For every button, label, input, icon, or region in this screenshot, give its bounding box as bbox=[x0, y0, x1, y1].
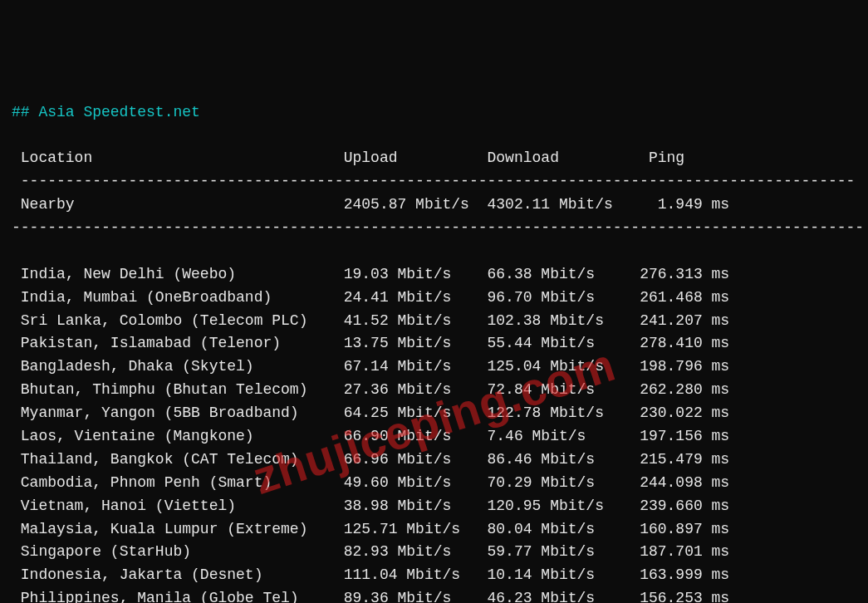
row-download: 59.77 Mbit/s bbox=[488, 543, 631, 560]
row-ping: 276.313 ms bbox=[630, 266, 729, 282]
row-ping: 163.999 ms bbox=[630, 566, 729, 583]
row-upload: 27.36 Mbit/s bbox=[344, 381, 488, 398]
row-download: 96.70 Mbit/s bbox=[488, 289, 631, 306]
row-upload: 24.41 Mbit/s bbox=[344, 289, 488, 306]
row-location: India, New Delhi (Weebo) bbox=[21, 266, 344, 282]
row-location: Myanmar, Yangon (5BB Broadband) bbox=[21, 404, 344, 421]
row-upload: 19.03 Mbit/s bbox=[344, 266, 488, 282]
row-download: 72.84 Mbit/s bbox=[488, 381, 631, 398]
row-ping: 262.280 ms bbox=[630, 381, 729, 398]
row-upload: 67.14 Mbit/s bbox=[344, 358, 488, 375]
row-upload: 38.98 Mbit/s bbox=[344, 498, 488, 514]
terminal-output: ## Asia Speedtest.net Location Upload Do… bbox=[12, 101, 856, 603]
row-download: 55.44 Mbit/s bbox=[488, 335, 631, 351]
row-location: Bhutan, Thimphu (Bhutan Telecom) bbox=[21, 381, 344, 398]
row-upload: 111.04 Mbit/s bbox=[344, 566, 488, 583]
row-location: India, Mumbai (OneBroadband) bbox=[21, 289, 344, 306]
row-download: 125.04 Mbit/s bbox=[488, 358, 631, 375]
row-upload: 41.52 Mbit/s bbox=[344, 312, 488, 329]
row-ping: 278.410 ms bbox=[630, 335, 729, 351]
row-ping: 187.701 ms bbox=[630, 543, 729, 560]
row-ping: 241.207 ms bbox=[630, 312, 729, 329]
row-location: Thailand, Bangkok (CAT Telecom) bbox=[21, 451, 344, 468]
row-ping: 156.253 ms bbox=[630, 590, 729, 603]
col-header-upload: Upload bbox=[344, 150, 488, 166]
nearby-label: Nearby bbox=[21, 196, 344, 213]
row-download: 102.38 Mbit/s bbox=[488, 312, 631, 329]
row-download: 46.23 Mbit/s bbox=[488, 590, 631, 603]
nearby-upload: 2405.87 Mbit/s bbox=[344, 196, 488, 213]
row-upload: 49.60 Mbit/s bbox=[344, 474, 488, 491]
row-location: Sri Lanka, Colombo (Telecom PLC) bbox=[21, 312, 344, 329]
row-ping: 198.796 ms bbox=[630, 358, 729, 375]
row-upload: 66.96 Mbit/s bbox=[344, 451, 488, 468]
row-download: 10.14 Mbit/s bbox=[488, 566, 631, 583]
row-upload: 66.90 Mbit/s bbox=[344, 428, 488, 444]
col-header-ping: Ping bbox=[649, 150, 684, 166]
row-ping: 160.897 ms bbox=[630, 521, 729, 537]
row-upload: 64.25 Mbit/s bbox=[344, 404, 488, 421]
row-location: Singapore (StarHub) bbox=[21, 543, 344, 560]
row-upload: 125.71 Mbit/s bbox=[344, 521, 488, 537]
row-download: 80.04 Mbit/s bbox=[488, 521, 631, 537]
col-header-location: Location bbox=[21, 150, 344, 166]
row-download: 120.95 Mbit/s bbox=[488, 498, 631, 514]
row-location: Laos, Vientaine (Mangkone) bbox=[21, 428, 344, 444]
row-ping: 261.468 ms bbox=[630, 289, 729, 306]
section-title: ## Asia Speedtest.net bbox=[12, 104, 200, 120]
nearby-download: 4302.11 Mbit/s bbox=[488, 196, 631, 213]
row-download: 66.38 Mbit/s bbox=[488, 266, 631, 282]
row-location: Vietnam, Hanoi (Viettel) bbox=[21, 498, 344, 514]
row-location: Cambodia, Phnom Penh (Smart) bbox=[21, 474, 344, 491]
nearby-ping: 1.949 ms bbox=[630, 196, 729, 213]
col-header-download: Download bbox=[488, 150, 631, 166]
row-upload: 89.36 Mbit/s bbox=[344, 590, 488, 603]
row-ping: 239.660 ms bbox=[630, 498, 729, 514]
row-upload: 13.75 Mbit/s bbox=[344, 335, 488, 351]
row-download: 122.78 Mbit/s bbox=[488, 404, 631, 421]
row-ping: 197.156 ms bbox=[630, 428, 729, 444]
row-download: 70.29 Mbit/s bbox=[488, 474, 631, 491]
row-location: Philippines, Manila (Globe Tel) bbox=[21, 590, 344, 603]
row-location: Indonesia, Jakarta (Desnet) bbox=[21, 566, 344, 583]
row-location: Pakistan, Islamabad (Telenor) bbox=[21, 335, 344, 351]
row-location: Malaysia, Kuala Lumpur (Extreme) bbox=[21, 521, 344, 537]
row-download: 86.46 Mbit/s bbox=[488, 451, 631, 468]
row-download: 7.46 Mbit/s bbox=[488, 428, 631, 444]
row-ping: 230.022 ms bbox=[630, 404, 729, 421]
row-ping: 215.479 ms bbox=[630, 451, 729, 468]
row-ping: 244.098 ms bbox=[630, 474, 729, 491]
row-location: Bangladesh, Dhaka (Skytel) bbox=[21, 358, 344, 375]
row-upload: 82.93 Mbit/s bbox=[344, 543, 488, 560]
